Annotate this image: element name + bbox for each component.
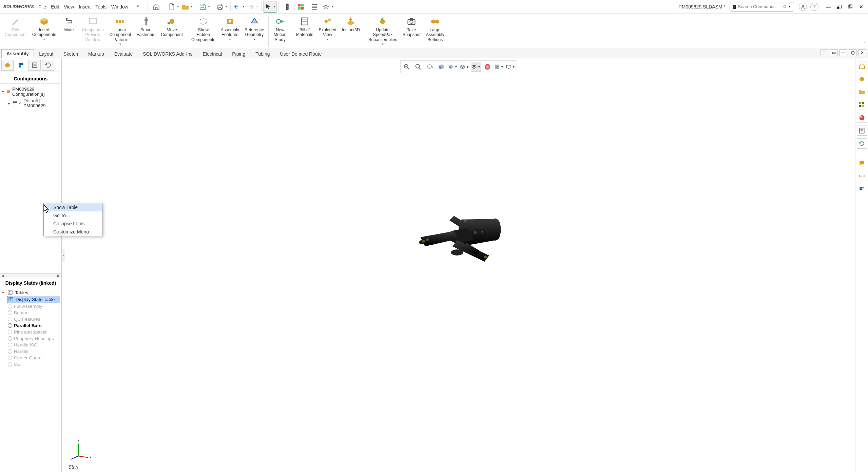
panel-collapse-handle[interactable]: ▸	[62, 249, 65, 262]
view-settings-button[interactable]: ▼	[505, 62, 516, 72]
display-state-item[interactable]: Parallel Bars	[1, 322, 60, 329]
select-button[interactable]: ▼	[264, 1, 276, 13]
display-state-item[interactable]: Periphery Housings	[1, 335, 60, 342]
ribbon-mate[interactable]: Mate	[59, 15, 79, 48]
print-button[interactable]: ▼	[215, 1, 228, 13]
menu-file[interactable]: File	[39, 4, 46, 10]
ribbon-large-assembly[interactable]: LargeAssemblySettings	[423, 15, 447, 48]
close-button[interactable]: ✕	[857, 3, 865, 11]
panel-tab-config[interactable]	[15, 60, 27, 71]
ribbon-component-preview[interactable]: ComponentPreviewWindow	[79, 15, 107, 48]
menu-expand-icon[interactable]: ★	[136, 4, 139, 10]
cm-show-table[interactable]: Show Table	[44, 203, 102, 211]
hide-show-button[interactable]: ▼	[471, 62, 481, 72]
display-state-table[interactable]: Display State Table	[7, 296, 60, 303]
cm-collapse-items[interactable]: Collapse Items	[44, 220, 102, 228]
tab-layout[interactable]: Layout	[34, 50, 58, 58]
display-state-item[interactable]: Bumper	[1, 309, 60, 316]
tables-node[interactable]: ▾ Tables	[1, 289, 60, 296]
vp-popout-icon[interactable]: ⬚	[821, 49, 828, 56]
display-state-item[interactable]: CG	[1, 361, 60, 367]
task-forum-icon[interactable]	[857, 158, 867, 168]
ribbon-insert-components[interactable]: InsertComponents▼	[30, 15, 59, 48]
cm-customize-menu[interactable]: Customize Menu	[44, 228, 102, 236]
ribbon-take-snapshot[interactable]: TakeSnapshot	[400, 15, 423, 48]
ribbon-bill-of-materials[interactable]: Bill ofMaterials	[293, 15, 316, 48]
task-design-library-icon[interactable]	[857, 74, 867, 84]
vp-minimize-icon[interactable]: —	[840, 49, 847, 56]
display-state-item[interactable]: Pins and spacer	[1, 329, 60, 335]
task-file-explorer-icon[interactable]	[857, 87, 867, 97]
save-button[interactable]: ▼	[198, 1, 211, 13]
display-state-item[interactable]: Handle ISO	[1, 342, 60, 348]
tab-electrical[interactable]: Electrical	[197, 50, 227, 58]
display-state-item[interactable]: Full Assembly	[1, 303, 60, 309]
undo-button[interactable]: ▼	[233, 1, 246, 13]
options-list-button[interactable]	[308, 1, 321, 13]
traffic-button[interactable]	[281, 1, 294, 13]
cm-go-to[interactable]: Go To...	[44, 211, 102, 220]
task-view-palette-icon[interactable]	[857, 100, 867, 110]
viewport[interactable]: ▸ ▼ ▼ ▼ ▼ ▼	[62, 58, 855, 472]
new-button[interactable]: ▼	[167, 1, 180, 13]
vp-new-window-icon[interactable]: ▭	[830, 49, 837, 56]
display-state-item[interactable]: Center Guard	[1, 355, 60, 361]
ribbon-new-motion-study[interactable]: NewMotionStudy	[270, 15, 290, 48]
config-default[interactable]: ▸ ✓ Default [ PM009629	[1, 97, 60, 109]
user-icon[interactable]	[799, 3, 807, 11]
ribbon-smart-fasteners[interactable]: SmartFasteners	[134, 15, 158, 48]
search-input[interactable]	[738, 4, 783, 9]
ribbon-assembly-features[interactable]: AssemblyFeatures▼	[218, 15, 242, 48]
task-custom-props-icon[interactable]	[857, 126, 867, 136]
ribbon-show-hidden[interactable]: ShowHiddenComponents	[189, 15, 218, 48]
help-icon[interactable]: ?	[810, 3, 818, 11]
edit-appearance-button[interactable]	[482, 62, 493, 72]
search-box[interactable]: ▼	[730, 2, 794, 12]
menu-view[interactable]: View	[64, 4, 74, 10]
panel-tab-property[interactable]	[28, 60, 41, 71]
display-style-button[interactable]: ▼	[459, 62, 469, 72]
open-button[interactable]: ▼	[181, 1, 194, 13]
previous-view-button[interactable]	[425, 62, 435, 72]
home-button[interactable]	[150, 1, 163, 13]
tab-addins[interactable]: SOLIDWORKS Add-Ins	[138, 50, 197, 58]
ribbon-instant3d[interactable]: Instant3D	[339, 15, 363, 48]
redo-button[interactable]: ▼	[246, 1, 259, 13]
panel-splitter[interactable]: ◀▶	[0, 273, 61, 278]
task-dim-icon[interactable]	[857, 171, 867, 181]
config-root[interactable]: ▾ PM009629 Configuration(s)	[1, 86, 60, 97]
vp-maximize-icon[interactable]: ▢	[849, 49, 856, 56]
tab-tubing[interactable]: Tubing	[250, 50, 275, 58]
menu-tools[interactable]: Tools	[95, 4, 107, 10]
ribbon-linear-pattern[interactable]: LinearComponentPattern▼	[107, 15, 134, 48]
start-tab[interactable]: _Start	[65, 464, 79, 470]
ribbon-exploded-view[interactable]: ExplodedView▼	[316, 15, 339, 48]
ribbon-reference-geometry[interactable]: ReferenceGeometry▼	[242, 15, 267, 48]
zoom-fit-button[interactable]	[402, 62, 412, 72]
ribbon-update-speedpak[interactable]: UpdateSpeedPakSubassemblies▼	[366, 15, 400, 48]
zoom-area-button[interactable]	[413, 62, 423, 72]
ribbon-collapse-icon[interactable]: ˆ	[864, 42, 865, 46]
settings-button[interactable]: ▼	[322, 1, 334, 13]
expand-icon[interactable]: ▸	[7, 101, 11, 106]
task-reload-icon[interactable]	[857, 138, 867, 149]
display-state-item[interactable]: QC Features	[1, 316, 60, 322]
apply-scene-button[interactable]: ▼	[494, 62, 504, 72]
minimize-button[interactable]: —	[825, 3, 833, 11]
task-appearances-icon[interactable]	[857, 113, 867, 123]
search-dropdown-icon[interactable]: ▼	[788, 5, 791, 8]
tab-piping[interactable]: Piping	[227, 50, 250, 58]
maximize-button[interactable]	[846, 3, 854, 11]
display-state-item[interactable]: Handle	[1, 348, 60, 355]
view-orientation-button[interactable]: ▼	[448, 62, 458, 72]
task-home-icon[interactable]	[857, 61, 867, 71]
tab-sketch[interactable]: Sketch	[58, 50, 83, 58]
panel-tab-rotate[interactable]	[42, 60, 54, 71]
menu-window[interactable]: Window	[111, 4, 128, 10]
tab-evaluate[interactable]: Evaluate	[109, 50, 138, 58]
section-view-button[interactable]	[436, 62, 446, 72]
tab-user-route[interactable]: User Defined Route	[275, 50, 327, 58]
ribbon-move-component[interactable]: MoveComponent	[158, 15, 186, 48]
task-flag-icon[interactable]	[857, 184, 867, 194]
collapse-icon[interactable]: ▾	[2, 290, 6, 295]
